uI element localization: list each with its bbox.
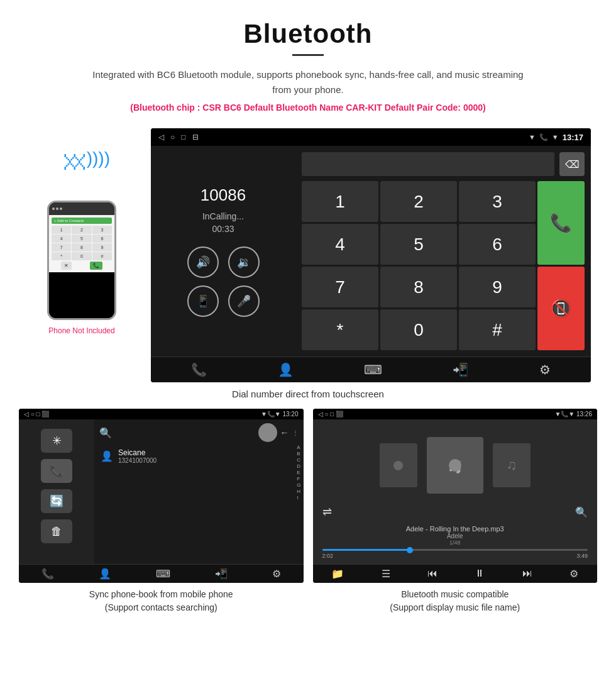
music-album-area: ♫ ♫	[313, 419, 598, 505]
phonebook-caption-line2: (Support contacts searching)	[105, 602, 217, 612]
phonebook-caption: Sync phone-book from mobile phone (Suppo…	[19, 588, 304, 614]
pb-back-arrow[interactable]: ←	[280, 428, 289, 438]
bluetooth-waves-icon: ))))	[87, 148, 110, 169]
mute-btn[interactable]: 🎤	[228, 285, 260, 317]
recents-icon: □	[181, 133, 185, 141]
music-track-name: Adele - Rolling In the Deep.mp3	[316, 525, 595, 533]
pb-alpha-f[interactable]: F	[297, 476, 300, 482]
pb-sync-btn[interactable]: 🔄	[41, 489, 72, 513]
phonebook-screen: ◁ ○ □ ⬛ ▼📞▼ 13:20 ✳ 📞 🔄 🗑 🔍	[19, 409, 304, 583]
dial-backspace-btn[interactable]: ⌫	[559, 152, 585, 176]
pb-nav-contact-icon[interactable]: 👤	[99, 568, 111, 580]
numpad-main: 1 2 3 4 5 6 7 8 9 * 0 # 📞	[302, 181, 585, 350]
pb-alpha-d[interactable]: D	[297, 463, 300, 469]
settings-nav-btn[interactable]: ⚙	[539, 362, 551, 377]
music-search-icon[interactable]: 🔍	[575, 506, 588, 518]
numpad-9[interactable]: 9	[459, 267, 536, 307]
music-progress-area: 2:02 3:49	[313, 549, 598, 564]
music-body: ♫ ♫ ⇌ 🔍 Adele - Rolling In the Deep.mp3 …	[313, 419, 598, 564]
back-icon: ◁	[158, 133, 164, 141]
phone-not-included-label: Phone Not Included	[48, 326, 114, 335]
contacts-nav-btn[interactable]: 👤	[278, 362, 294, 377]
page-description: Integrated with BC6 Bluetooth module, su…	[88, 67, 528, 97]
phone-screen-top	[49, 202, 114, 215]
numpad-0[interactable]: 0	[380, 309, 457, 350]
music-nav-prev-icon[interactable]: ⏮	[427, 568, 437, 580]
dialpad-nav-btn[interactable]: ⌨	[364, 362, 382, 377]
pb-alpha-b[interactable]: B	[297, 451, 300, 456]
dial-caption: Dial number direct from touchscreen	[0, 389, 616, 399]
numpad-2[interactable]: 2	[380, 181, 457, 222]
call-nav-btn[interactable]: 📞	[191, 362, 207, 377]
numpad-6[interactable]: 6	[459, 224, 536, 265]
pb-nav-pad-icon[interactable]: ⌨	[156, 568, 170, 580]
pb-search-icon[interactable]: 🔍	[99, 427, 112, 439]
pb-delete-btn[interactable]: 🗑	[41, 519, 72, 543]
location-icon: ▼	[529, 133, 536, 141]
status-nav-icons: ◁ ○ □ ⊟	[158, 133, 199, 141]
dial-input-field[interactable]	[302, 152, 554, 176]
pb-bottom-nav: 📞 👤 ⌨ 📲 ⚙	[19, 564, 304, 583]
phone-signal-dots	[52, 207, 62, 210]
music-nav-eq-icon[interactable]: ⚙	[569, 568, 578, 580]
music-status-right: ▼📞▼ 13:26	[554, 411, 592, 418]
music-progress-bar[interactable]	[322, 549, 588, 551]
pb-nav-transfer-icon[interactable]: 📲	[215, 568, 228, 580]
status-time: 13:17	[563, 133, 583, 142]
music-status-bar: ◁ ○ □ ⬛ ▼📞▼ 13:26	[313, 409, 598, 419]
music-track-num: 1/48	[316, 539, 595, 546]
answer-call-btn[interactable]: 📞	[537, 181, 585, 265]
music-nav-list-icon[interactable]: ☰	[382, 568, 390, 580]
music-shuffle-row: ⇌ 🔍	[313, 505, 598, 522]
music-nav-play-icon[interactable]: ⏸	[475, 568, 485, 580]
music-time-row: 2:02 3:49	[322, 553, 588, 559]
music-status-time: 13:26	[576, 411, 592, 418]
music-nav-next-icon[interactable]: ⏭	[522, 568, 532, 580]
music-shuffle-icon[interactable]: ⇌	[322, 505, 332, 519]
volume-down-btn[interactable]: 🔉	[228, 246, 260, 278]
pb-alpha-h[interactable]: H	[297, 489, 300, 494]
numpad-1[interactable]: 1	[302, 181, 378, 222]
numpad-8[interactable]: 8	[380, 267, 457, 307]
music-screenshot-wrap: ◁ ○ □ ⬛ ▼📞▼ 13:26 ♫ ♫	[313, 409, 598, 614]
phone-bottom-row: ✕ 📞	[52, 262, 112, 270]
music-album-circle	[449, 459, 461, 472]
end-call-btn[interactable]: 📵	[537, 267, 585, 350]
transfer-btn[interactable]: 📱	[187, 285, 219, 317]
pb-nav-settings-icon[interactable]: ⚙	[272, 568, 281, 580]
pb-alpha-a[interactable]: A	[297, 445, 300, 450]
transfer-nav-btn[interactable]: 📲	[453, 362, 468, 377]
music-time-current: 2:02	[322, 553, 334, 559]
pb-contact-row[interactable]: 👤 Seicane 13241007000	[94, 446, 304, 467]
pb-status-time: 13:20	[282, 411, 298, 418]
numpad-hash[interactable]: #	[459, 309, 536, 350]
numpad-star[interactable]: *	[302, 309, 378, 350]
dial-input-row: ⌫	[302, 152, 585, 176]
pb-alpha-g[interactable]: G	[297, 482, 300, 488]
dial-right-panel: ⌫ 1 2 3 4 5 6 7 8 9 * 0 #	[295, 146, 591, 357]
pb-alpha-c[interactable]: C	[297, 457, 300, 463]
pb-call-btn[interactable]: 📞	[41, 459, 72, 483]
pb-search-row: 🔍 ← ⋮	[94, 419, 304, 446]
numpad-4[interactable]: 4	[302, 224, 378, 265]
numpad-3[interactable]: 3	[459, 181, 536, 222]
numpad-7[interactable]: 7	[302, 267, 378, 307]
pb-body: ✳ 📞 🔄 🗑 🔍 ← ⋮ 👤 S	[19, 419, 304, 564]
music-nav-folder-icon[interactable]: 📁	[331, 568, 344, 580]
music-note-icon-right: ♫	[507, 457, 517, 473]
dial-control-row-2: 📱 🎤	[187, 285, 260, 317]
home-icon: ○	[170, 133, 175, 141]
bluetooth-icon-area: ⯵ ))))	[50, 141, 113, 191]
music-album-small-right: ♫	[493, 443, 531, 487]
pb-alpha-i[interactable]: I	[297, 495, 300, 501]
dial-number: 10086	[201, 185, 246, 205]
pb-bluetooth-btn[interactable]: ✳	[41, 429, 72, 453]
pb-nav-call-icon[interactable]: 📞	[41, 568, 54, 580]
numpad-5[interactable]: 5	[380, 224, 457, 265]
volume-up-btn[interactable]: 🔊	[187, 246, 219, 278]
phone-screen-content: + Add to Contacts 123 456 789 *0# ✕ 📞	[49, 215, 114, 272]
status-right-icons: ▼ 📞 ▼ 13:17	[529, 133, 583, 142]
pb-alpha-e[interactable]: E	[297, 470, 300, 475]
pb-contact-number: 13241007000	[118, 457, 297, 464]
pb-main: 🔍 ← ⋮ 👤 Seicane 13241007000 A	[94, 419, 304, 564]
